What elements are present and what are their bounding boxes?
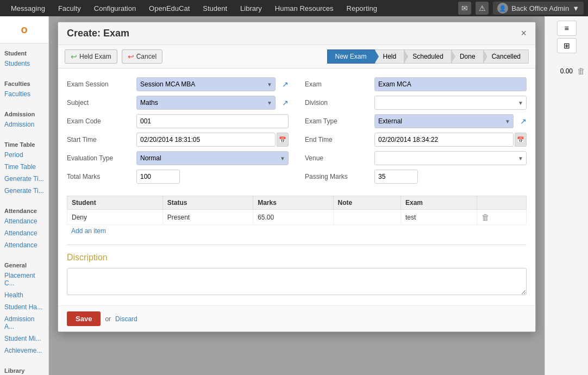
cell-delete: 🗑 <box>477 210 526 225</box>
exam-row: Exam <box>305 77 527 91</box>
section-divider <box>67 245 527 245</box>
status-step-new-exam[interactable]: New Exam <box>327 49 375 64</box>
description-title: Discription <box>67 253 527 262</box>
status-step-held[interactable]: Held <box>375 49 405 64</box>
cell-note <box>333 210 401 225</box>
division-select[interactable] <box>374 96 527 110</box>
status-step-cancelled[interactable]: Cancelled <box>484 49 529 64</box>
sidebar-section-attendance: Attendance Attendance Attendance Attenda… <box>0 201 48 255</box>
nav-messaging[interactable]: Messaging <box>4 0 52 16</box>
sidebar-item-attendance3[interactable]: Attendance <box>0 239 48 251</box>
alert-icon[interactable]: ⚠ <box>476 2 489 15</box>
user-avatar: 👤 <box>497 3 508 14</box>
sidebar-item-placement[interactable]: Placement C... <box>0 270 48 289</box>
exam-type-row: Exam Type External ▼ ↗ <box>305 114 527 128</box>
sidebar-item-students[interactable]: Students <box>0 58 48 70</box>
description-textarea[interactable] <box>67 268 527 295</box>
sidebar-section-library: Library <box>0 361 48 375</box>
card-view-btn[interactable]: ⊞ <box>557 38 577 53</box>
col-marks: Marks <box>253 196 333 210</box>
start-time-wrapper: 📅 <box>136 133 289 147</box>
status-step-scheduled[interactable]: Scheduled <box>404 49 452 64</box>
nav-human-resources[interactable]: Human Resources <box>268 0 340 16</box>
topnav: Messaging Faculty Configuration OpenEduC… <box>0 0 588 16</box>
col-action <box>477 196 526 210</box>
division-row: Division ▼ <box>305 96 527 110</box>
modal-header: Create: Exam × <box>58 22 535 45</box>
start-time-input[interactable] <box>136 133 276 147</box>
exam-type-select[interactable]: External <box>374 114 514 128</box>
sidebar-item-generate2[interactable]: Generate Ti... <box>0 185 48 197</box>
mail-icon[interactable]: ✉ <box>458 2 471 15</box>
list-view-btn[interactable]: ≡ <box>557 21 577 36</box>
section-title-general: General <box>0 260 48 270</box>
total-marks-label: Total Marks <box>67 173 132 180</box>
section-title-student: Student <box>0 48 48 58</box>
user-menu[interactable]: 👤 Back Office Admin ▼ <box>493 2 584 15</box>
sidebar-item-attendance2[interactable]: Attendance <box>0 227 48 239</box>
sidebar-item-attendance1[interactable]: Attendance <box>0 215 48 227</box>
exam-code-input[interactable] <box>136 114 289 128</box>
evaluation-type-row: Evaluation Type Normal ▼ <box>67 151 289 165</box>
nav-configuration[interactable]: Configuration <box>87 0 142 16</box>
subject-select[interactable]: Maths <box>136 96 276 110</box>
held-exam-button[interactable]: ↩ Held Exam <box>65 49 117 64</box>
sidebar-item-faculties[interactable]: Faculties <box>0 88 48 100</box>
sidebar-item-timetable[interactable]: Time Table <box>0 161 48 173</box>
sidebar-item-student-misc[interactable]: Student Mi... <box>0 333 48 345</box>
nav-student[interactable]: Student <box>196 0 234 16</box>
save-button[interactable]: Save <box>67 311 101 326</box>
exam-session-external-link[interactable]: ↗ <box>282 80 289 89</box>
nav-library[interactable]: Library <box>234 0 268 16</box>
status-step-done[interactable]: Done <box>452 49 484 64</box>
sidebar-item-student-hall[interactable]: Student Ha... <box>0 301 48 313</box>
sidebar-item-achievement[interactable]: Achieveme... <box>0 345 48 357</box>
sidebar-item-generate1[interactable]: Generate Ti... <box>0 173 48 185</box>
exam-input[interactable] <box>374 77 527 91</box>
held-exam-icon: ↩ <box>71 52 77 61</box>
modal-title: Create: Exam <box>67 28 129 39</box>
end-time-calendar-btn[interactable]: 📅 <box>515 133 527 147</box>
start-time-calendar-btn[interactable]: 📅 <box>277 133 289 147</box>
right-panel-value: 0.00 <box>548 67 575 75</box>
nav-reporting[interactable]: Reporting <box>340 0 384 16</box>
exam-code-row: Exam Code <box>67 114 289 128</box>
total-marks-input[interactable] <box>136 170 180 184</box>
passing-marks-input[interactable] <box>374 170 418 184</box>
venue-select-wrapper: ▼ <box>374 151 527 165</box>
nav-openeducat[interactable]: OpenEduCat <box>142 0 196 16</box>
sidebar-item-admission[interactable]: Admission <box>0 118 48 130</box>
subject-external-link[interactable]: ↗ <box>282 98 289 107</box>
discard-button[interactable]: Discard <box>115 315 137 323</box>
table-header-row: Student Status Marks Note Exam <box>67 196 527 210</box>
right-panel-delete-icon[interactable]: 🗑 <box>577 66 585 76</box>
main-content: Create: Exam × ↩ Held Exam ↩ Cancel New … <box>49 16 545 375</box>
sidebar-section-faculties: Faculties Faculties <box>0 74 48 104</box>
evaluation-type-select[interactable]: Normal <box>136 151 289 165</box>
sidebar: o Student Students Faculties Faculties A… <box>0 16 49 375</box>
modal-close-button[interactable]: × <box>521 28 527 39</box>
table-header: Student Status Marks Note Exam <box>67 196 527 210</box>
row-delete-icon[interactable]: 🗑 <box>481 212 490 222</box>
held-exam-label: Held Exam <box>79 53 111 60</box>
create-exam-modal: Create: Exam × ↩ Held Exam ↩ Cancel New … <box>58 22 536 332</box>
sidebar-item-health[interactable]: Health <box>0 289 48 301</box>
end-time-row: End Time 📅 <box>305 133 527 147</box>
add-item-link[interactable]: Add an item <box>67 225 110 237</box>
sidebar-item-admission-app[interactable]: Admission A... <box>0 313 48 333</box>
col-status: Status <box>162 196 253 210</box>
sidebar-item-period[interactable]: Period <box>0 149 48 161</box>
app-layout: o Student Students Faculties Faculties A… <box>0 16 588 375</box>
end-time-input[interactable] <box>374 133 514 147</box>
exam-type-external-link[interactable]: ↗ <box>520 117 527 126</box>
sidebar-section-general: General Placement C... Health Student Ha… <box>0 255 48 361</box>
venue-select[interactable] <box>374 151 527 165</box>
exam-session-select-wrapper: Session MCA MBA ▼ <box>136 77 276 91</box>
cancel-icon: ↩ <box>128 52 134 61</box>
exam-session-select[interactable]: Session MCA MBA <box>136 77 276 91</box>
topnav-menu: Messaging Faculty Configuration OpenEduC… <box>4 0 458 16</box>
modal-footer: Save or Discard <box>58 305 535 332</box>
cancel-button[interactable]: ↩ Cancel <box>122 49 162 64</box>
subject-row: Subject Maths ▼ ↗ <box>67 96 289 110</box>
nav-faculty[interactable]: Faculty <box>52 0 87 16</box>
